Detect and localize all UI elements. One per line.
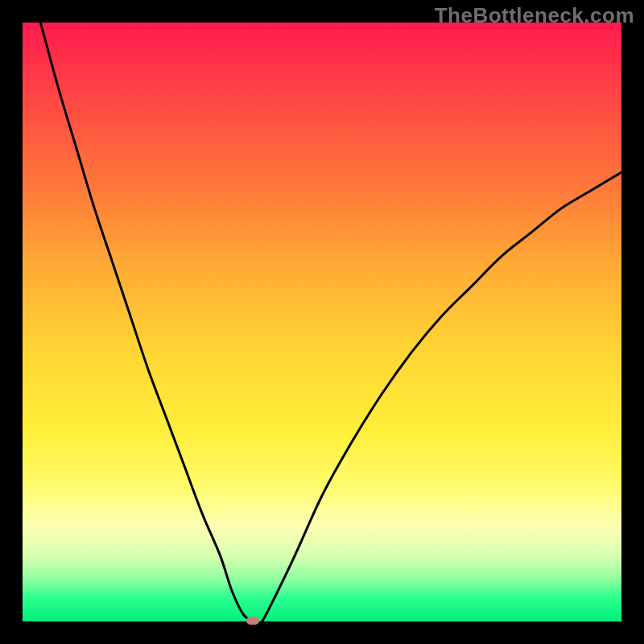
- bottleneck-curve: [23, 23, 621, 621]
- plot-area: [23, 23, 621, 621]
- minimum-marker: [246, 617, 259, 625]
- chart-frame: TheBottleneck.com: [0, 0, 644, 644]
